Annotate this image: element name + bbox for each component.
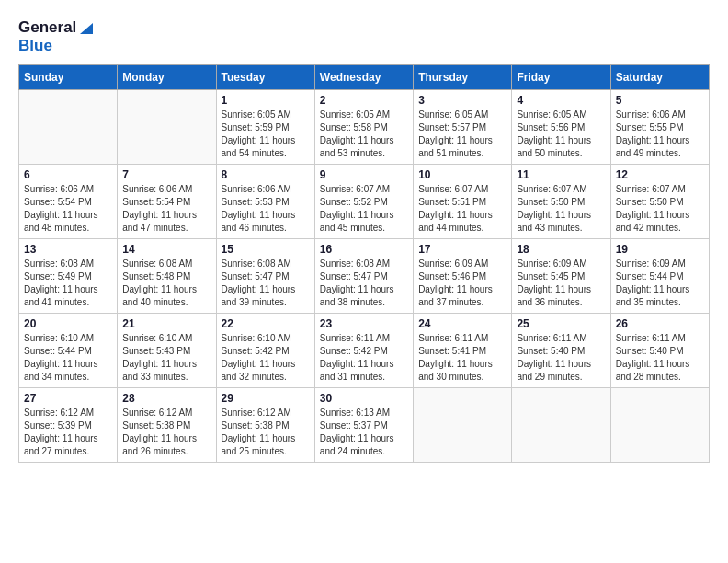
- day-detail: Sunrise: 6:07 AM Sunset: 5:52 PM Dayligh…: [320, 183, 408, 235]
- day-detail: Sunrise: 6:12 AM Sunset: 5:39 PM Dayligh…: [24, 407, 112, 458]
- day-number: 10: [418, 168, 506, 181]
- calendar-cell: 25Sunrise: 6:11 AM Sunset: 5:40 PM Dayli…: [512, 314, 610, 388]
- day-number: 2: [320, 94, 408, 107]
- calendar-cell: 20Sunrise: 6:10 AM Sunset: 5:44 PM Dayli…: [19, 314, 118, 388]
- calendar-cell: 9Sunrise: 6:07 AM Sunset: 5:52 PM Daylig…: [314, 165, 413, 239]
- calendar-cell: 3Sunrise: 6:05 AM Sunset: 5:57 PM Daylig…: [414, 90, 512, 165]
- calendar-cell: [512, 388, 610, 463]
- day-detail: Sunrise: 6:06 AM Sunset: 5:54 PM Dayligh…: [122, 183, 210, 235]
- calendar-cell: 4Sunrise: 6:05 AM Sunset: 5:56 PM Daylig…: [512, 90, 610, 165]
- day-detail: Sunrise: 6:05 AM Sunset: 5:56 PM Dayligh…: [517, 109, 605, 160]
- calendar-cell: 13Sunrise: 6:08 AM Sunset: 5:49 PM Dayli…: [19, 239, 118, 314]
- day-number: 26: [616, 317, 704, 330]
- day-detail: Sunrise: 6:09 AM Sunset: 5:44 PM Dayligh…: [616, 258, 704, 309]
- day-detail: Sunrise: 6:11 AM Sunset: 5:42 PM Dayligh…: [320, 332, 408, 384]
- calendar-cell: [414, 388, 512, 463]
- calendar-week-row: 13Sunrise: 6:08 AM Sunset: 5:49 PM Dayli…: [19, 239, 710, 314]
- day-detail: Sunrise: 6:07 AM Sunset: 5:50 PM Dayligh…: [517, 183, 605, 235]
- calendar-cell: 16Sunrise: 6:08 AM Sunset: 5:47 PM Dayli…: [314, 239, 413, 314]
- calendar-cell: 14Sunrise: 6:08 AM Sunset: 5:48 PM Dayli…: [118, 239, 216, 314]
- calendar-cell: 29Sunrise: 6:12 AM Sunset: 5:38 PM Dayli…: [216, 388, 314, 463]
- header-wednesday: Wednesday: [314, 65, 413, 90]
- day-detail: Sunrise: 6:13 AM Sunset: 5:37 PM Dayligh…: [320, 407, 408, 458]
- calendar-cell: [610, 388, 709, 463]
- header-thursday: Thursday: [414, 65, 512, 90]
- day-number: 13: [24, 243, 112, 256]
- day-number: 15: [222, 243, 310, 256]
- calendar-cell: 1Sunrise: 6:05 AM Sunset: 5:59 PM Daylig…: [216, 90, 314, 165]
- day-detail: Sunrise: 6:08 AM Sunset: 5:47 PM Dayligh…: [320, 258, 408, 309]
- day-number: 6: [24, 168, 112, 181]
- day-number: 30: [320, 392, 408, 405]
- calendar-cell: 26Sunrise: 6:11 AM Sunset: 5:40 PM Dayli…: [610, 314, 709, 388]
- calendar-cell: 18Sunrise: 6:09 AM Sunset: 5:45 PM Dayli…: [512, 239, 610, 314]
- day-number: 3: [418, 94, 506, 107]
- calendar-cell: 17Sunrise: 6:09 AM Sunset: 5:46 PM Dayli…: [414, 239, 512, 314]
- day-detail: Sunrise: 6:11 AM Sunset: 5:41 PM Dayligh…: [418, 332, 506, 384]
- day-number: 17: [418, 243, 506, 256]
- day-number: 14: [122, 243, 210, 256]
- day-number: 27: [24, 392, 112, 405]
- calendar-cell: 11Sunrise: 6:07 AM Sunset: 5:50 PM Dayli…: [512, 165, 610, 239]
- logo-triangle-icon: [78, 19, 95, 36]
- day-detail: Sunrise: 6:06 AM Sunset: 5:53 PM Dayligh…: [222, 183, 310, 235]
- day-detail: Sunrise: 6:05 AM Sunset: 5:57 PM Dayligh…: [418, 109, 506, 160]
- day-detail: Sunrise: 6:07 AM Sunset: 5:51 PM Dayligh…: [418, 183, 506, 235]
- day-detail: Sunrise: 6:05 AM Sunset: 5:58 PM Dayligh…: [320, 109, 408, 160]
- header-friday: Friday: [512, 65, 610, 90]
- day-detail: Sunrise: 6:06 AM Sunset: 5:54 PM Dayligh…: [24, 183, 112, 235]
- day-detail: Sunrise: 6:09 AM Sunset: 5:46 PM Dayligh…: [418, 258, 506, 309]
- calendar-cell: 28Sunrise: 6:12 AM Sunset: 5:38 PM Dayli…: [118, 388, 216, 463]
- calendar-cell: 5Sunrise: 6:06 AM Sunset: 5:55 PM Daylig…: [610, 90, 709, 165]
- calendar-cell: 15Sunrise: 6:08 AM Sunset: 5:47 PM Dayli…: [216, 239, 314, 314]
- day-number: 18: [517, 243, 605, 256]
- day-detail: Sunrise: 6:12 AM Sunset: 5:38 PM Dayligh…: [222, 407, 310, 458]
- logo-general-text: General: [18, 18, 76, 37]
- calendar-cell: 19Sunrise: 6:09 AM Sunset: 5:44 PM Dayli…: [610, 239, 709, 314]
- calendar-week-row: 1Sunrise: 6:05 AM Sunset: 5:59 PM Daylig…: [19, 90, 710, 165]
- calendar-cell: 7Sunrise: 6:06 AM Sunset: 5:54 PM Daylig…: [118, 165, 216, 239]
- calendar-cell: 10Sunrise: 6:07 AM Sunset: 5:51 PM Dayli…: [414, 165, 512, 239]
- day-number: 8: [222, 168, 310, 181]
- header-monday: Monday: [118, 65, 216, 90]
- day-detail: Sunrise: 6:10 AM Sunset: 5:42 PM Dayligh…: [222, 332, 310, 384]
- day-detail: Sunrise: 6:11 AM Sunset: 5:40 PM Dayligh…: [517, 332, 605, 384]
- calendar-cell: 12Sunrise: 6:07 AM Sunset: 5:50 PM Dayli…: [610, 165, 709, 239]
- day-number: 11: [517, 168, 605, 181]
- day-detail: Sunrise: 6:10 AM Sunset: 5:44 PM Dayligh…: [24, 332, 112, 384]
- calendar-cell: 8Sunrise: 6:06 AM Sunset: 5:53 PM Daylig…: [216, 165, 314, 239]
- header-tuesday: Tuesday: [216, 65, 314, 90]
- day-number: 9: [320, 168, 408, 181]
- calendar-cell: [19, 90, 118, 165]
- calendar-cell: 30Sunrise: 6:13 AM Sunset: 5:37 PM Dayli…: [314, 388, 413, 463]
- calendar-cell: 27Sunrise: 6:12 AM Sunset: 5:39 PM Dayli…: [19, 388, 118, 463]
- logo-blue-text: Blue: [18, 37, 52, 54]
- day-number: 29: [222, 392, 310, 405]
- calendar-week-row: 6Sunrise: 6:06 AM Sunset: 5:54 PM Daylig…: [19, 165, 710, 239]
- day-number: 25: [517, 317, 605, 330]
- day-number: 7: [122, 168, 210, 181]
- calendar-cell: 2Sunrise: 6:05 AM Sunset: 5:58 PM Daylig…: [314, 90, 413, 165]
- day-detail: Sunrise: 6:10 AM Sunset: 5:43 PM Dayligh…: [122, 332, 210, 384]
- day-number: 1: [222, 94, 310, 107]
- calendar-header-row: SundayMondayTuesdayWednesdayThursdayFrid…: [19, 65, 710, 90]
- calendar-week-row: 27Sunrise: 6:12 AM Sunset: 5:39 PM Dayli…: [19, 388, 710, 463]
- day-detail: Sunrise: 6:08 AM Sunset: 5:49 PM Dayligh…: [24, 258, 112, 309]
- header-sunday: Sunday: [19, 65, 118, 90]
- day-number: 19: [616, 243, 704, 256]
- day-detail: Sunrise: 6:06 AM Sunset: 5:55 PM Dayligh…: [616, 109, 704, 160]
- calendar-cell: 23Sunrise: 6:11 AM Sunset: 5:42 PM Dayli…: [314, 314, 413, 388]
- calendar-table: SundayMondayTuesdayWednesdayThursdayFrid…: [18, 64, 710, 463]
- day-detail: Sunrise: 6:08 AM Sunset: 5:48 PM Dayligh…: [122, 258, 210, 309]
- day-number: 24: [418, 317, 506, 330]
- day-detail: Sunrise: 6:08 AM Sunset: 5:47 PM Dayligh…: [222, 258, 310, 309]
- calendar-cell: 21Sunrise: 6:10 AM Sunset: 5:43 PM Dayli…: [118, 314, 216, 388]
- day-detail: Sunrise: 6:07 AM Sunset: 5:50 PM Dayligh…: [616, 183, 704, 235]
- day-detail: Sunrise: 6:12 AM Sunset: 5:38 PM Dayligh…: [122, 407, 210, 458]
- svg-marker-0: [80, 23, 93, 34]
- day-number: 12: [616, 168, 704, 181]
- calendar-cell: 6Sunrise: 6:06 AM Sunset: 5:54 PM Daylig…: [19, 165, 118, 239]
- page-header: General Blue: [18, 18, 710, 55]
- day-number: 4: [517, 94, 605, 107]
- calendar-week-row: 20Sunrise: 6:10 AM Sunset: 5:44 PM Dayli…: [19, 314, 710, 388]
